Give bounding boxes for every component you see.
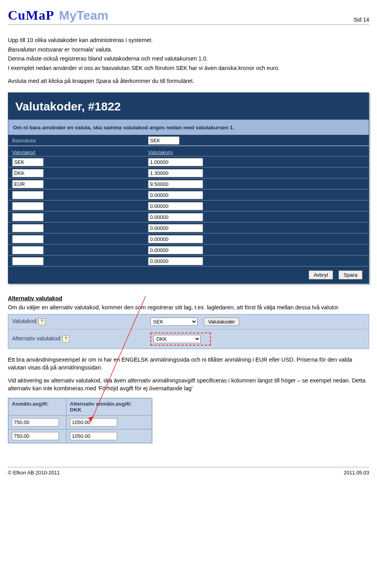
intro-line-5: Avsluta med att klicka på knappen Spara … bbox=[8, 77, 369, 85]
fee-row bbox=[8, 415, 152, 429]
currency-codes-panel: Valutakoder, #1822 Om ni bara använder e… bbox=[8, 92, 369, 284]
header-divider bbox=[8, 24, 369, 25]
currency-code-input[interactable] bbox=[12, 235, 44, 243]
cancel-button[interactable]: Avbryt bbox=[309, 270, 333, 279]
intro-line-3: Denna måste också registreras bland valu… bbox=[8, 55, 369, 63]
currency-rate-input[interactable] bbox=[148, 257, 203, 265]
currency-rate-input[interactable] bbox=[148, 158, 203, 166]
currency-code-input[interactable] bbox=[12, 246, 44, 254]
intro-line-4: I exemplet nedan använder vi oss av basv… bbox=[8, 64, 369, 72]
fee-col-2-header: Alternativ anmäln.avgift:DKK bbox=[66, 398, 152, 415]
usage-example-text: Ett bra användningsexempel är om ni har … bbox=[8, 356, 369, 371]
currency-code-input[interactable] bbox=[12, 180, 44, 188]
footer-copyright: © Efkon AB 2010-2011 bbox=[8, 470, 60, 476]
currency-row bbox=[8, 200, 369, 211]
currency-row bbox=[8, 255, 369, 266]
col-header-code: Valutakod bbox=[12, 149, 146, 155]
alt-currency-heading: Alternativ valutakod bbox=[8, 295, 62, 301]
currency-rate-input[interactable] bbox=[148, 235, 203, 243]
page-number: Sid 14 bbox=[353, 17, 369, 23]
help-icon[interactable]: ? bbox=[62, 336, 69, 342]
panel-info-text: Om ni bara använder en valuta, ska samma… bbox=[13, 125, 234, 130]
currency-row bbox=[8, 222, 369, 233]
currency-rate-input[interactable] bbox=[148, 191, 203, 199]
base-currency-input[interactable] bbox=[148, 136, 179, 145]
footer-date: 2011.05.03 bbox=[344, 470, 369, 476]
fee-input[interactable] bbox=[12, 418, 59, 426]
fee-col-1-header: Anmäln.avgift: bbox=[8, 398, 66, 415]
currency-rate-input[interactable] bbox=[148, 202, 203, 210]
currency-rate-input[interactable] bbox=[148, 213, 203, 221]
currency-code-input[interactable] bbox=[12, 169, 44, 177]
col-header-rate: Valutakurs bbox=[148, 149, 173, 155]
currency-row bbox=[8, 211, 369, 222]
logo-text-cumap: CuMaP bbox=[8, 8, 54, 23]
currency-row bbox=[8, 167, 369, 178]
currency-row bbox=[8, 189, 369, 200]
currency-code-input[interactable] bbox=[12, 202, 44, 210]
currency-rate-input[interactable] bbox=[148, 224, 203, 232]
intro-line-2: Basvalutan motsvarar er 'normala' valuta… bbox=[8, 46, 369, 54]
help-icon[interactable]: ? bbox=[38, 318, 45, 325]
currency-row bbox=[8, 233, 369, 244]
currency-row bbox=[8, 178, 369, 189]
currency-code-select[interactable]: SEK bbox=[150, 318, 198, 326]
save-button[interactable]: Spara bbox=[339, 270, 362, 279]
currency-code-label: Valutakod:? bbox=[12, 318, 91, 325]
currency-code-input[interactable] bbox=[12, 158, 44, 166]
currency-code-input[interactable] bbox=[12, 213, 44, 221]
currency-code-input[interactable] bbox=[12, 191, 44, 199]
base-currency-label: Basvaluta: bbox=[12, 138, 146, 143]
alt-currency-code-select[interactable]: DKK bbox=[154, 335, 201, 343]
fee-table: Anmäln.avgift: Alternativ anmäln.avgift:… bbox=[8, 398, 152, 443]
fee-row bbox=[8, 429, 152, 443]
currency-codes-button[interactable]: Valutakoder bbox=[204, 318, 239, 326]
panel-title: Valutakoder, #1822 bbox=[8, 96, 369, 116]
currency-rate-input[interactable] bbox=[148, 246, 203, 254]
alt-fee-input[interactable] bbox=[70, 432, 117, 440]
currency-rate-input[interactable] bbox=[148, 180, 203, 188]
alt-fee-input[interactable] bbox=[70, 418, 117, 426]
currency-code-input[interactable] bbox=[12, 224, 44, 232]
alt-currency-body: Om du väljer en alternativ valutakod, ko… bbox=[8, 304, 369, 312]
currency-row bbox=[8, 244, 369, 255]
app-logo: CuMaP MyTeam bbox=[8, 8, 108, 23]
currency-code-input[interactable] bbox=[12, 257, 44, 265]
fee-input[interactable] bbox=[12, 432, 59, 440]
alt-currency-code-label: Alternativ valutakod:? bbox=[12, 335, 91, 342]
intro-line-1: Upp till 10 olika valutakoder kan admini… bbox=[8, 37, 369, 44]
currency-row bbox=[8, 156, 369, 167]
currency-rate-input[interactable] bbox=[148, 169, 203, 177]
highlight-box: DKK bbox=[150, 333, 211, 345]
logo-text-myteam: MyTeam bbox=[59, 8, 108, 23]
activation-text: Vid aktivering av alternativ valutakod, … bbox=[8, 377, 369, 392]
alt-currency-panel: Valutakod:? SEK Valutakoder Alternativ v… bbox=[8, 314, 369, 349]
